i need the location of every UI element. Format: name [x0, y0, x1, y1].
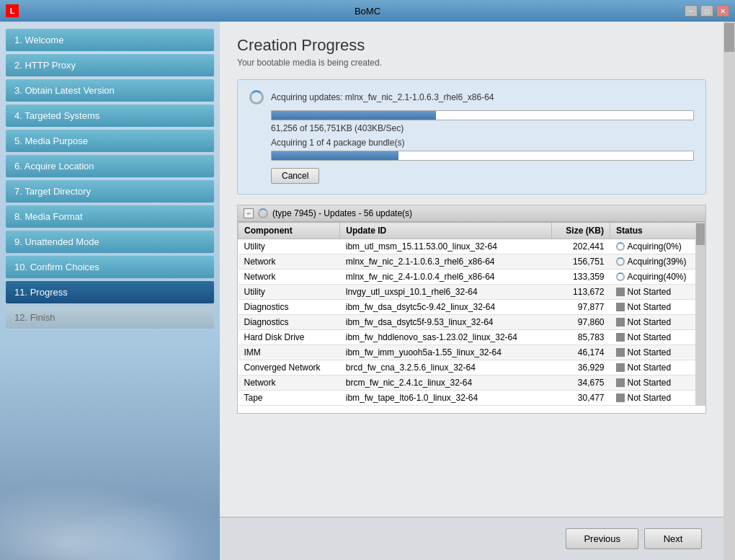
sidebar-item-http-proxy[interactable]: 2. HTTP Proxy	[6, 54, 214, 76]
cell-component: Utility	[239, 239, 340, 254]
col-size: Size (KB)	[552, 223, 610, 239]
sidebar-item-progress[interactable]: 11. Progress	[6, 281, 214, 303]
sidebar-item-target-directory[interactable]: 7. Target Directory	[6, 180, 214, 203]
sidebar-item-media-format[interactable]: 8. Media Format	[6, 205, 214, 228]
cell-update-id: brcm_fw_nic_2.4.1c_linux_32-64	[340, 375, 552, 391]
bottom-bar: Previous Next	[220, 517, 723, 560]
content-scrollbar[interactable]	[723, 22, 735, 560]
cell-size: 97,860	[552, 315, 610, 330]
not-started-icon	[616, 348, 625, 357]
not-started-icon	[616, 303, 625, 311]
cell-component: Diagnostics	[239, 300, 340, 315]
sidebar-item-targeted-systems[interactable]: 4. Targeted Systems	[6, 105, 214, 127]
not-started-icon	[616, 394, 625, 402]
cell-status: Acquiring(0%)	[610, 239, 705, 254]
not-started-icon	[616, 333, 625, 342]
cell-update-id: brcd_fw_cna_3.2.5.6_linux_32-64	[340, 360, 552, 375]
minimize-button[interactable]: −	[685, 5, 698, 17]
acquiring-icon	[616, 242, 625, 251]
cell-status: Not Started	[610, 345, 705, 360]
table-scrollbar-thumb[interactable]	[696, 223, 705, 245]
acquiring-text: Acquiring updates: mlnx_fw_nic_2.1-1.0.6…	[271, 92, 494, 102]
spinner-small-icon	[258, 208, 268, 218]
col-update-id: Update ID	[340, 223, 552, 239]
cell-component: Converged Network	[239, 360, 340, 375]
cell-update-id: ibm_fw_tape_lto6-1.0_linux_32-64	[340, 391, 552, 406]
table-row: Utilityibm_utl_msm_15.11.53.00_linux_32-…	[239, 239, 705, 254]
cell-component: Hard Disk Drive	[239, 330, 340, 345]
sidebar-item-confirm-choices[interactable]: 10. Confirm Choices	[6, 256, 214, 278]
cell-component: Utility	[239, 285, 340, 300]
cell-status: Acquiring(40%)	[610, 270, 705, 285]
cell-component: Tape	[239, 391, 340, 406]
maximize-button[interactable]: □	[700, 5, 713, 17]
page-title: Creation Progress	[237, 36, 706, 55]
collapse-button[interactable]: −	[244, 208, 254, 218]
cell-component: IMM	[239, 345, 340, 360]
progress-section: Acquiring updates: mlnx_fw_nic_2.1-1.0.6…	[237, 79, 706, 195]
table-scrollbar[interactable]	[695, 222, 705, 406]
table-row: Converged Networkbrcd_fw_cna_3.2.5.6_lin…	[239, 360, 705, 375]
cell-size: 46,174	[552, 345, 610, 360]
updates-section: − (type 7945) - Updates - 56 update(s) C…	[237, 205, 706, 414]
acquiring-icon	[616, 257, 625, 266]
table-row: IMMibm_fw_imm_yuooh5a-1.55_linux_32-6446…	[239, 345, 705, 360]
cell-status: Not Started	[610, 375, 705, 391]
cell-size: 133,359	[552, 270, 610, 285]
cell-status: Not Started	[610, 300, 705, 315]
app-logo: L	[6, 4, 19, 17]
updates-header-bar: − (type 7945) - Updates - 56 update(s)	[238, 205, 705, 222]
cell-component: Diagnostics	[239, 315, 340, 330]
progress-detail: 61,256 of 156,751KB (403KB/Sec)	[271, 123, 694, 133]
progress-bar2-fill	[272, 151, 398, 160]
cell-size: 202,441	[552, 239, 610, 254]
titlebar: L BoMC − □ ✕	[0, 0, 735, 22]
cell-size: 97,877	[552, 300, 610, 315]
content-inner: Creation Progress Your bootable media is…	[220, 22, 723, 517]
sidebar-item-obtain-latest[interactable]: 3. Obtain Latest Version	[6, 79, 214, 102]
close-button[interactable]: ✕	[716, 5, 729, 17]
table-row: Utilitylnvgy_utl_uxspi_10.1_rhel6_32-641…	[239, 285, 705, 300]
spinner-icon	[249, 90, 264, 105]
updates-table: Component Update ID Size (KB) Status Uti…	[238, 222, 705, 406]
cell-update-id: ibm_utl_msm_15.11.53.00_linux_32-64	[340, 239, 552, 254]
cell-status: Acquiring(39%)	[610, 254, 705, 270]
table-wrapper: Component Update ID Size (KB) Status Uti…	[238, 222, 705, 406]
progress-header: Acquiring updates: mlnx_fw_nic_2.1-1.0.6…	[249, 90, 694, 105]
cell-size: 85,783	[552, 330, 610, 345]
progress-bar2-container	[271, 151, 694, 161]
previous-button[interactable]: Previous	[566, 528, 638, 549]
table-row: Diagnosticsibm_fw_dsa_dsytc5f-9.53_linux…	[239, 315, 705, 330]
not-started-icon	[616, 288, 625, 296]
cell-update-id: ibm_fw_dsa_dsytc5c-9.42_linux_32-64	[340, 300, 552, 315]
cell-status: Not Started	[610, 285, 705, 300]
cell-size: 156,751	[552, 254, 610, 270]
progress-bar-fill	[272, 111, 436, 120]
cell-component: Network	[239, 375, 340, 391]
titlebar-controls[interactable]: − □ ✕	[685, 5, 729, 17]
content-scrollbar-thumb[interactable]	[724, 23, 734, 52]
cell-update-id: ibm_fw_imm_yuooh5a-1.55_linux_32-64	[340, 345, 552, 360]
sidebar-item-finish: 12. Finish	[6, 306, 214, 329]
titlebar-left: L	[6, 4, 19, 17]
cell-update-id: ibm_fw_hddlenovo_sas-1.23.02_linux_32-64	[340, 330, 552, 345]
not-started-icon	[616, 318, 625, 326]
table-row: Hard Disk Driveibm_fw_hddlenovo_sas-1.23…	[239, 330, 705, 345]
sidebar-item-acquire-location[interactable]: 6. Acquire Location	[6, 155, 214, 177]
cell-status: Not Started	[610, 391, 705, 406]
sidebar-item-welcome[interactable]: 1. Welcome	[6, 29, 214, 51]
titlebar-title: BoMC	[355, 6, 380, 17]
sidebar-item-media-purpose[interactable]: 5. Media Purpose	[6, 130, 214, 152]
table-row: Networkbrcm_fw_nic_2.4.1c_linux_32-6434,…	[239, 375, 705, 391]
not-started-icon	[616, 378, 625, 387]
cell-update-id: ibm_fw_dsa_dsytc5f-9.53_linux_32-64	[340, 315, 552, 330]
cell-status: Not Started	[610, 330, 705, 345]
cell-update-id: mlnx_fw_nic_2.4-1.0.0.4_rhel6_x86-64	[340, 270, 552, 285]
progress-bar-container	[271, 110, 694, 120]
sidebar-item-unattended-mode[interactable]: 9. Unattended Mode	[6, 231, 214, 253]
cell-update-id: lnvgy_utl_uxspi_10.1_rhel6_32-64	[340, 285, 552, 300]
cell-status: Not Started	[610, 315, 705, 330]
table-row: Diagnosticsibm_fw_dsa_dsytc5c-9.42_linux…	[239, 300, 705, 315]
next-button[interactable]: Next	[644, 528, 702, 549]
cancel-button[interactable]: Cancel	[271, 168, 319, 184]
